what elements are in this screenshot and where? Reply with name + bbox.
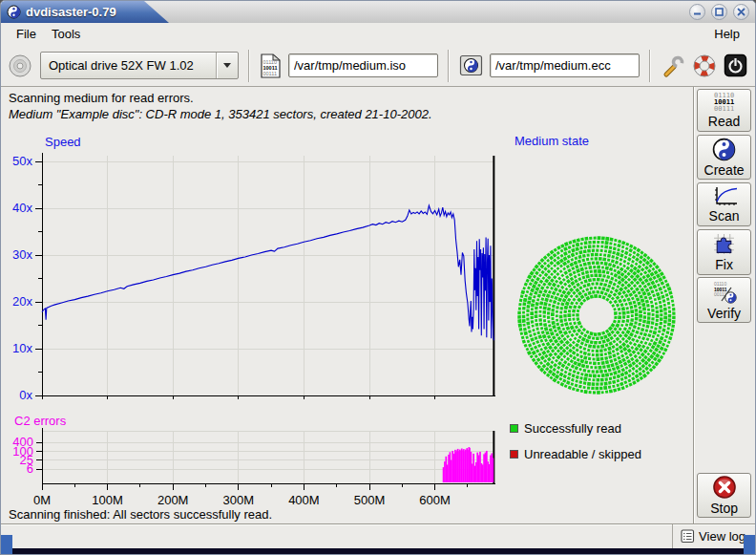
preferences-button[interactable] — [661, 53, 685, 78]
svg-text:20x: 20x — [12, 294, 32, 309]
ecc-file-button[interactable] — [459, 53, 483, 77]
minimize-icon — [693, 8, 702, 16]
title-tab: dvdisaster-0.79 — [1, 1, 184, 23]
medium-info-text: Medium "Example disc": CD-R mode 1, 3534… — [9, 107, 432, 121]
bad-sector-swatch — [510, 450, 518, 459]
toolbar: Optical drive 52X FW 1.02 01110 10011 00… — [1, 45, 755, 87]
yinyang-icon — [712, 138, 736, 161]
maximize-icon — [715, 8, 724, 16]
close-icon — [737, 8, 746, 16]
svg-text:0x: 0x — [19, 388, 32, 402]
close-button[interactable] — [733, 4, 749, 20]
action-status-text: Scanning medium for read errors. — [9, 91, 194, 105]
create-button[interactable]: Create — [697, 135, 751, 180]
toolbar-separator — [649, 50, 651, 82]
window-title: dvdisaster-0.79 — [26, 5, 116, 19]
app-window: dvdisaster-0.79 File Tools Help — [0, 0, 756, 555]
scan-chart-icon — [711, 185, 738, 207]
action-sidebar: 01110 10011 00111 Read Create Scan — [693, 87, 755, 523]
main-area: Scanning medium for read errors. Medium … — [1, 87, 693, 523]
cd-drive-icon — [7, 53, 33, 79]
svg-text:30x: 30x — [12, 247, 32, 262]
svg-text:600M: 600M — [419, 493, 451, 507]
resize-grip-right[interactable] — [744, 535, 755, 555]
legend-label: Unreadable / skipped — [524, 447, 641, 461]
menu-help[interactable]: Help — [706, 25, 747, 43]
svg-text:300M: 300M — [223, 493, 255, 507]
puzzle-icon — [712, 232, 736, 256]
legend-unreadable: Unreadable / skipped — [510, 447, 641, 461]
fix-button[interactable]: Fix — [697, 229, 751, 275]
minimize-button[interactable] — [689, 4, 705, 20]
svg-text:500M: 500M — [354, 493, 386, 507]
log-list-icon — [681, 529, 695, 544]
svg-text:50x: 50x — [12, 154, 32, 168]
maximize-button[interactable] — [711, 4, 727, 20]
window-bottom-border — [1, 548, 755, 555]
medium-state-disc — [511, 229, 682, 401]
medium-state-legend: Successfully read Unreadable / skipped — [510, 421, 641, 473]
svg-text:400M: 400M — [288, 493, 320, 507]
stop-icon — [712, 475, 737, 500]
wrench-icon — [661, 53, 685, 78]
power-icon — [724, 53, 747, 77]
drive-select-value: Optical drive 52X FW 1.02 — [49, 58, 216, 73]
toolbar-separator — [448, 50, 450, 82]
view-log-label: View log — [699, 529, 746, 544]
statusbar: View log — [1, 523, 755, 548]
svg-text:200M: 200M — [158, 493, 189, 507]
iso-path-input[interactable] — [288, 53, 438, 77]
stop-button[interactable]: Stop — [697, 473, 751, 518]
ecc-path-input[interactable] — [490, 53, 640, 77]
scan-result-text: Scanning finished: All sectors successfu… — [9, 507, 272, 522]
chevron-down-icon — [217, 63, 238, 68]
iso-file-button[interactable]: 01110 10011 00111 — [260, 53, 282, 79]
drive-select-combo[interactable]: Optical drive 52X FW 1.02 — [40, 52, 239, 79]
ecc-file-icon — [459, 53, 483, 77]
menu-tools[interactable]: Tools — [44, 25, 88, 43]
svg-text:100M: 100M — [92, 493, 123, 507]
verify-button[interactable]: 01110 10011 00111 Verify — [697, 277, 751, 323]
svg-text:00111: 00111 — [263, 71, 277, 76]
toolbar-separator — [248, 50, 250, 82]
legend-successfully-read: Successfully read — [510, 421, 641, 436]
verify-icon: 01110 10011 00111 — [711, 280, 738, 305]
view-log-button[interactable]: View log — [672, 524, 746, 548]
quit-button[interactable] — [724, 53, 747, 77]
lifebuoy-icon — [692, 53, 717, 78]
legend-label: Successfully read — [524, 421, 621, 436]
good-sector-swatch — [510, 424, 518, 433]
app-logo-yinyang-icon — [7, 5, 21, 19]
svg-text:0M: 0M — [33, 493, 51, 507]
menubar: File Tools Help — [1, 23, 755, 45]
titlebar[interactable]: dvdisaster-0.79 — [1, 1, 755, 23]
svg-text:10x: 10x — [12, 341, 32, 355]
menu-file[interactable]: File — [9, 25, 44, 43]
svg-text:400: 400 — [12, 435, 33, 449]
iso-file-icon: 01110 10011 00111 — [260, 53, 282, 79]
binary-read-icon: 01110 10011 00111 — [714, 93, 734, 113]
scan-button[interactable]: Scan — [697, 182, 751, 226]
read-button[interactable]: 01110 10011 00111 Read — [697, 89, 751, 132]
drive-select-button[interactable] — [7, 53, 33, 79]
svg-text:40x: 40x — [12, 201, 32, 215]
resize-grip-left[interactable] — [1, 535, 12, 555]
help-button[interactable] — [692, 53, 717, 78]
